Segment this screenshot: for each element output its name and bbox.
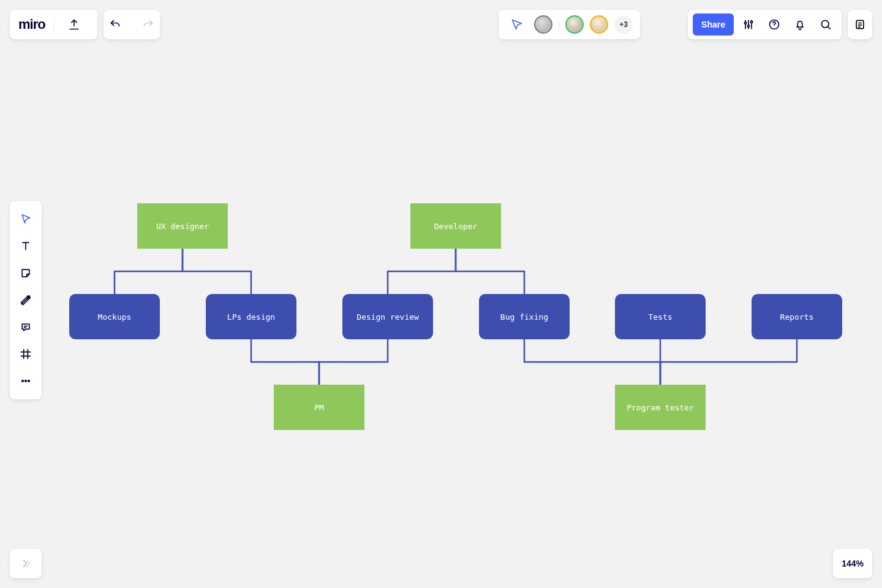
node-tests[interactable]: Tests [615, 294, 706, 339]
search-icon[interactable] [815, 13, 837, 36]
node-lps[interactable]: LPs design [206, 294, 296, 339]
svg-point-1 [747, 25, 749, 27]
help-icon[interactable] [763, 13, 785, 36]
connector-dev_to_bugfix[interactable] [456, 249, 524, 294]
text-tool[interactable] [13, 234, 38, 258]
divider [559, 18, 559, 31]
collaborators-panel: +3 [499, 10, 640, 39]
canvas[interactable]: UX designerDeveloperPMProgram testerMock… [0, 0, 882, 588]
share-button[interactable]: Share [693, 13, 734, 36]
logo-panel: miro [10, 10, 97, 39]
avatar[interactable] [565, 15, 584, 34]
svg-point-2 [750, 21, 752, 23]
tool-rail [10, 201, 42, 399]
export-icon[interactable] [63, 13, 85, 36]
sticky-note-tool[interactable] [13, 261, 38, 285]
svg-point-8 [25, 380, 27, 382]
divider [54, 18, 55, 31]
zoom-indicator[interactable]: 144% [833, 549, 872, 578]
notes-button[interactable] [848, 10, 872, 39]
select-tool[interactable] [13, 207, 38, 232]
history-panel [104, 10, 160, 39]
node-pm[interactable]: PM [274, 385, 364, 430]
node-bugfix[interactable]: Bug fixing [479, 294, 570, 339]
expand-rail-button[interactable] [10, 549, 42, 578]
main-actions-panel: Share [688, 10, 842, 39]
more-tools[interactable] [13, 369, 38, 393]
connector-bugfix_to_tester[interactable] [524, 339, 660, 385]
undo-icon[interactable] [104, 13, 126, 36]
connector-ux_to_lps[interactable] [183, 249, 251, 294]
avatar[interactable] [590, 15, 608, 34]
avatar-overflow[interactable]: +3 [614, 15, 633, 34]
node-mockups[interactable]: Mockups [69, 294, 160, 339]
avatar[interactable] [534, 15, 552, 34]
connector-reports_to_tester[interactable] [660, 339, 797, 385]
connector-ux_to_mockups[interactable] [115, 249, 183, 294]
svg-point-9 [28, 380, 30, 382]
svg-point-4 [774, 27, 775, 28]
node-ux[interactable]: UX designer [137, 203, 228, 249]
node-tester[interactable]: Program tester [615, 385, 706, 430]
svg-point-7 [22, 380, 24, 382]
comment-tool[interactable] [13, 315, 38, 339]
cursor-presence-icon[interactable] [506, 13, 528, 36]
arrow-tool[interactable] [13, 288, 38, 312]
connector-dev_to_review[interactable] [388, 249, 456, 294]
node-dev[interactable]: Developer [410, 203, 501, 249]
frame-tool[interactable] [13, 342, 38, 366]
bell-icon[interactable] [789, 13, 811, 36]
node-review[interactable]: Design review [342, 294, 433, 339]
node-reports[interactable]: Reports [752, 294, 842, 339]
settings-icon[interactable] [737, 13, 760, 36]
connector-lps_to_pm[interactable] [251, 339, 319, 385]
connector-review_to_pm[interactable] [319, 339, 388, 385]
app-logo[interactable]: miro [18, 17, 45, 32]
zoom-level: 144% [842, 559, 864, 568]
svg-point-5 [821, 20, 829, 28]
svg-point-0 [744, 22, 746, 24]
redo-icon[interactable] [137, 13, 159, 36]
